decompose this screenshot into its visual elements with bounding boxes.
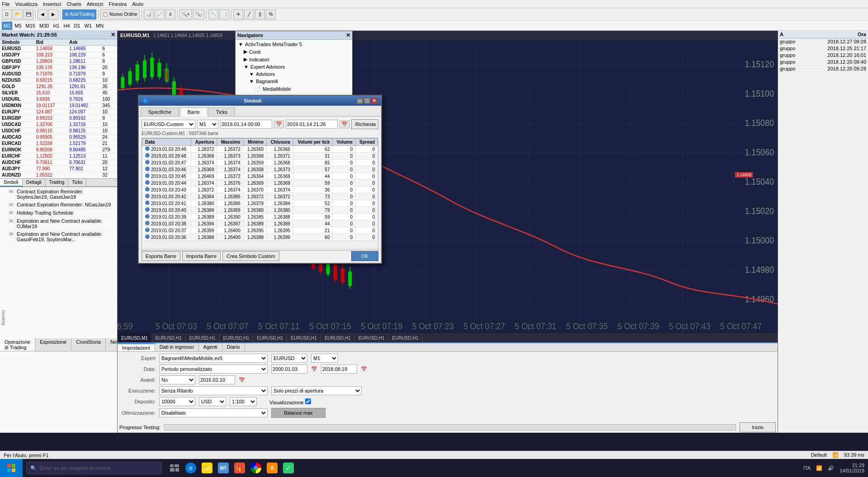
dialog-date-from[interactable] [220,120,272,129]
auto-trading-btn[interactable]: ⚙ AutoTrading [62,9,96,19]
dialog-tab-specifiche[interactable]: Specifiche [141,108,179,116]
date-from-input[interactable] [271,365,307,374]
mw-row[interactable]: NZDUSD 0.68215 0.68225 10 [0,77,117,84]
esporta-barre-btn[interactable]: Esporta Barre [142,251,180,261]
open-btn[interactable]: 📂 [13,9,23,19]
mw-row[interactable]: EURNOK 9.80206 9.80485 279 [0,147,117,153]
dialog-tab-ticks[interactable]: Ticks [208,108,235,116]
mw-row[interactable]: SILVER 15.610 15.655 45 [0,90,117,96]
mw-row[interactable]: EURUSD 1.14659 1.14665 6 [0,46,117,52]
dialog-close-btn[interactable]: ✕ [371,98,377,104]
explorer-btn[interactable]: 📁 [200,461,214,475]
forward-btn[interactable]: ▶ [48,9,58,19]
chart-tab-8[interactable]: EURUSD,H1 [388,333,422,342]
save-btn[interactable]: 💾 [24,9,33,19]
dialog-date-to[interactable] [286,120,338,129]
mw-tab-dettagli[interactable]: Dettagli [23,179,46,187]
dialog-symbol-select[interactable]: EURUSD-Custom [142,120,195,129]
line-btn[interactable]: ╱ [244,9,254,19]
mw-row[interactable]: EURJPY 124.087 124.097 10 [0,109,117,115]
nav-ea[interactable]: ▼ Expert Advisors [236,63,351,70]
balance-max-btn[interactable]: Balance max [271,408,326,418]
importa-barre-btn[interactable]: Importa Barre [182,251,221,261]
task-view-btn[interactable] [167,461,182,475]
mw-tab-trading[interactable]: Trading [46,179,69,187]
crea-simbolo-btn[interactable]: Crea Simbolo Custom [222,251,279,261]
dialog-row[interactable]: 2019.01.03 20:36 1.26388 1.26400 1.26388… [142,234,378,241]
currency-select[interactable]: USD [199,397,226,406]
mw-tab-ticks[interactable]: Ticks [68,179,86,187]
calendar-icon-to[interactable]: 📅 [361,366,367,372]
dialog-cal-from[interactable]: 📅 [274,121,284,128]
chart-tab-0[interactable]: EURUSD,M1 [118,333,152,342]
chart-tab-1[interactable]: EURUSD,H1 [152,333,186,342]
tester-tab-dati[interactable]: Dati in ingresso [155,343,199,351]
menu-aiuto[interactable]: Aiuto [132,1,143,7]
chart-tab-7[interactable]: EURUSD,H1 [355,333,389,342]
menu-charts[interactable]: Charts [66,1,81,7]
dialog-cal-to[interactable]: 📅 [340,121,349,128]
news-item-1[interactable]: ✉ Contract Expiration Reminder: SoybnsJa… [7,188,116,201]
chart-tab-6[interactable]: EURUSD,H1 [321,333,355,342]
esecuzione-select[interactable]: Senza Ritardo [159,386,268,395]
tab-news[interactable]: News [106,338,117,351]
news-item-5[interactable]: ✉ Expiration and New Contract available:… [7,230,116,243]
ok-btn[interactable]: OK [351,251,378,261]
nav-advisors[interactable]: ▼ Advisors [236,70,351,78]
back-btn[interactable]: ◀ [38,9,47,19]
mw-tab-simboli[interactable]: Simboli [0,179,23,187]
chart-candle-btn[interactable]: 🕯 [165,9,175,19]
tf-m15[interactable]: M15 [24,22,37,30]
ri-row-3[interactable]: gruppo 2018.12.20 09:40 [778,59,868,65]
tab-operazione[interactable]: Operazione di Trading [0,338,35,351]
dialog-row[interactable]: 2019.01.03 20:49 1.26372 1.26372 1.26360… [142,146,378,153]
nav-root[interactable]: ▼ ActivTrades MetaTrader 5 [236,41,351,48]
dialog-row[interactable]: 2019.01.03 20:43 1.26372 1.26374 1.26370… [142,187,378,193]
leverage-select[interactable]: 1:100 [230,397,257,406]
mw-row[interactable]: AUDCAD 0.95505 0.95529 24 [0,134,117,140]
crosshair-btn[interactable]: ✛ [233,9,243,19]
tf-m30[interactable]: M30 [38,22,51,30]
zoom-in-btn[interactable]: 🔍+ [179,9,192,19]
tester-tab-agenti[interactable]: Agenti [199,343,222,351]
dialog-period-select[interactable]: M1 [197,120,218,129]
mw-row[interactable]: EURCAD 1.52158 1.52179 21 [0,140,117,147]
mw-row[interactable]: USDJPY 108.223 108.229 6 [0,52,117,58]
dialog-maximize-btn[interactable]: □ [364,98,370,104]
nav-mediamobile[interactable]: 📄 MediaMobile [236,85,351,93]
dialog-minimize-btn[interactable]: — [357,98,363,104]
dialog-row[interactable]: 2019.01.03 20:45 1.26469 1.26372 1.26364… [142,173,378,180]
dialog-row[interactable]: 2019.01.03 20:39 1.26389 1.26390 1.26385… [142,214,378,220]
percent-btn[interactable]: % [266,9,276,19]
indicator-btn[interactable]: 📉 [208,9,218,19]
tf-m5[interactable]: M5 [13,22,23,30]
market-watch-close[interactable]: ✕ [111,32,115,38]
menu-inserisci[interactable]: Inserisci [43,1,61,7]
tf-d1[interactable]: D1 [72,22,82,30]
tf-mn[interactable]: MN [94,22,105,30]
date-to-input[interactable] [321,365,357,374]
navigator-close[interactable]: ✕ [346,32,350,38]
visualizzazione-check[interactable] [305,398,311,404]
nav-indicatori[interactable]: ▶ Indicatori [236,56,351,63]
tf-w1[interactable]: W1 [83,22,94,30]
menu-visualizza[interactable]: Visualizza [15,1,38,7]
mw-row[interactable]: AUDNZD 1.05322 32 [0,172,117,178]
menu-file[interactable]: File [2,1,10,7]
period-sep-btn[interactable]: || [255,9,265,19]
dialog-row[interactable]: 2019.01.03 20:48 1.26368 1.26373 1.26368… [142,153,378,159]
chart-tab-5[interactable]: EURUSD,H1 [287,333,321,342]
menu-attrezzi[interactable]: Attrezzi [87,1,104,7]
tester-tab-impostazioni[interactable]: Impostazioni [118,343,155,351]
app5-btn[interactable]: 🎁 [232,461,247,475]
tab-cronistoria[interactable]: CroniStoria [71,338,106,351]
ri-row-4[interactable]: gruppo 2018.12.20 09:28 [778,65,868,72]
ri-row-2[interactable]: gruppo 2018.12.20 16:01 [778,52,868,59]
news-item-2[interactable]: ✉ Contract Expiration Reminder: NGasJan1… [7,201,116,209]
chart-bar-btn[interactable]: 📊 [144,9,154,19]
nav-conti[interactable]: ▶ Conti [236,48,351,56]
simboli-dialog[interactable]: 🔷 Simboli — □ ✕ Specifiche Barre Ticks E… [138,95,382,264]
richiesta-btn[interactable]: Richiesta [351,119,378,129]
edge-btn[interactable]: e [184,461,198,475]
menu-finestra[interactable]: Finestra [109,1,127,7]
